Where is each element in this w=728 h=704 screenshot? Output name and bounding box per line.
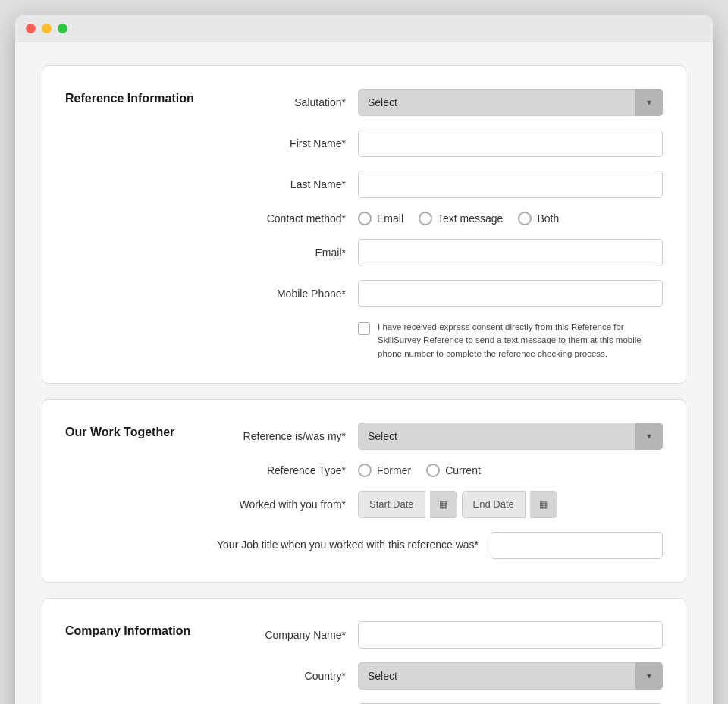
salutation-label: Salutation*	[217, 96, 346, 108]
firstname-row: First Name*	[217, 130, 663, 157]
consent-row: I have received express consent directly…	[217, 321, 663, 360]
worked-from-label: Worked with you from*	[217, 498, 346, 511]
company-name-input[interactable]	[358, 621, 663, 649]
start-date-button[interactable]: Start Date	[358, 491, 425, 518]
jobtitle-label: Your Job title when you worked with this…	[217, 538, 479, 553]
country-label: Country*	[217, 670, 346, 682]
radio-current-label: Current	[445, 464, 481, 476]
consent-checkbox[interactable]	[358, 322, 370, 335]
firstname-input[interactable]	[358, 130, 663, 157]
main-content: Reference Information Salutation* Select…	[15, 42, 713, 704]
work-together-fields: Reference is/was my* Select ▾ Reference …	[217, 423, 663, 559]
app-window: Reference Information Salutation* Select…	[15, 15, 713, 704]
contact-radio-group: Email Text message Both	[358, 212, 663, 225]
date-group: Start Date ▦ End Date ▦	[358, 491, 663, 518]
jobtitle-row: Your Job title when you worked with this…	[217, 532, 663, 559]
lastname-label: Last Name*	[217, 178, 346, 190]
firstname-label: First Name*	[217, 137, 346, 149]
country-select-wrap: Select ▾	[358, 662, 663, 690]
reference-info-title: Reference Information	[65, 89, 202, 360]
radio-former-label: Former	[377, 464, 411, 476]
radio-email-circle	[358, 212, 372, 225]
mobile-input[interactable]	[358, 280, 663, 307]
radio-former-circle	[358, 464, 372, 477]
close-dot[interactable]	[26, 24, 36, 33]
lastname-row: Last Name*	[217, 171, 663, 198]
minimize-dot[interactable]	[42, 24, 52, 33]
company-name-label: Company Name*	[217, 629, 346, 641]
salutation-select[interactable]: Select	[358, 89, 663, 116]
reference-info-fields: Salutation* Select ▾ First Name*	[217, 89, 663, 360]
relationship-select-wrap: Select ▾	[358, 423, 663, 450]
work-together-section: Our Work Together Reference is/was my* S…	[42, 399, 686, 583]
relationship-label: Reference is/was my*	[217, 430, 346, 442]
ref-type-radio-group: Former Current	[358, 464, 663, 477]
radio-email[interactable]: Email	[358, 212, 403, 225]
lastname-input[interactable]	[358, 171, 663, 198]
maximize-dot[interactable]	[58, 24, 67, 33]
email-label: Email*	[217, 247, 346, 259]
end-date-calendar-icon[interactable]: ▦	[530, 491, 557, 518]
worked-from-row: Worked with you from* Start Date ▦ End D…	[217, 491, 663, 518]
radio-current[interactable]: Current	[426, 464, 481, 477]
mobile-label: Mobile Phone*	[217, 288, 346, 300]
radio-email-label: Email	[377, 212, 403, 225]
consent-wrap: I have received express consent directly…	[358, 321, 663, 360]
radio-former[interactable]: Former	[358, 464, 411, 477]
country-select[interactable]: Select	[358, 662, 663, 690]
country-row: Country* Select ▾	[217, 662, 663, 690]
consent-text: I have received express consent directly…	[378, 321, 663, 360]
ref-type-label: Reference Type*	[217, 464, 346, 476]
radio-text-label: Text message	[438, 212, 503, 225]
radio-both-label: Both	[537, 212, 559, 225]
radio-text-circle	[419, 212, 432, 225]
radio-both-circle	[518, 212, 532, 225]
salutation-row: Salutation* Select ▾	[217, 89, 663, 116]
end-date-button[interactable]: End Date	[462, 491, 526, 518]
work-together-title: Our Work Together	[65, 423, 202, 559]
company-info-title: Company Information	[65, 621, 202, 704]
contact-label: Contact method*	[217, 212, 346, 225]
company-info-section: Company Information Company Name* Countr…	[42, 598, 686, 704]
start-date-calendar-icon[interactable]: ▦	[430, 491, 457, 518]
contact-method-row: Contact method* Email Text message Bo	[217, 212, 663, 225]
radio-both[interactable]: Both	[518, 212, 559, 225]
email-row: Email*	[217, 239, 663, 266]
mobile-row: Mobile Phone*	[217, 280, 663, 307]
email-input[interactable]	[358, 239, 663, 266]
jobtitle-input[interactable]	[491, 532, 663, 559]
radio-current-circle	[426, 464, 440, 477]
relationship-row: Reference is/was my* Select ▾	[217, 423, 663, 450]
ref-type-row: Reference Type* Former Current	[217, 464, 663, 477]
titlebar	[15, 15, 713, 42]
relationship-select[interactable]: Select	[358, 423, 663, 450]
company-name-row: Company Name*	[217, 621, 663, 649]
salutation-select-wrap: Select ▾	[358, 89, 663, 116]
radio-text[interactable]: Text message	[419, 212, 503, 225]
reference-info-section: Reference Information Salutation* Select…	[42, 65, 686, 384]
company-info-fields: Company Name* Country* Select ▾	[217, 621, 663, 704]
